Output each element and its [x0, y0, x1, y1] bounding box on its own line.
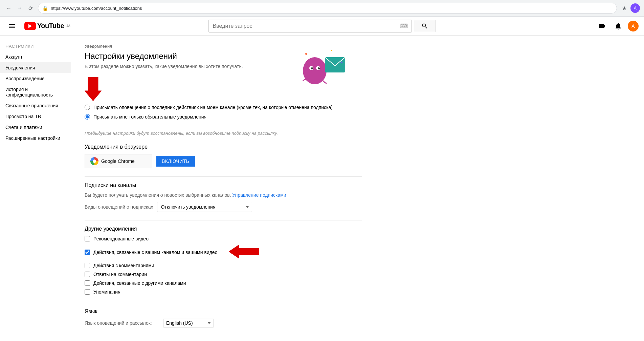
hamburger-button[interactable] — [5, 19, 19, 33]
radio-essential-label: Присылать мне только обязательные уведом… — [93, 114, 206, 120]
radio-essential[interactable] — [85, 114, 90, 120]
language-label: Язык оповещений и рассылок: — [85, 320, 159, 326]
reload-button[interactable]: ⟳ — [26, 3, 35, 13]
browser-notif-section: Уведомления в браузере Google Chrome ВКЛ… — [85, 144, 362, 168]
svg-point-7 — [331, 50, 332, 51]
browser-notif-row: Google Chrome ВКЛЮЧИТЬ — [85, 154, 362, 168]
cb-mentions[interactable] — [85, 289, 90, 295]
header-right: А — [571, 19, 639, 33]
svg-point-4 — [318, 67, 320, 69]
checkbox-activity[interactable]: Действия, связанные с вашим каналом и ва… — [85, 245, 362, 259]
cb-comments[interactable] — [85, 263, 90, 268]
other-notif-section: Другие уведомления Рекомендованные видео… — [85, 226, 362, 295]
keyboard-icon: ⌨ — [397, 22, 411, 30]
user-avatar[interactable]: А — [628, 21, 639, 31]
radio-all-label: Присылать оповещения о последних действи… — [93, 105, 333, 110]
yt-logo-icon — [24, 22, 36, 30]
sidebar-item-label: Расширенные настройки — [5, 135, 60, 141]
checkbox-comments[interactable]: Действия с комментариями — [85, 263, 362, 268]
radio-option-essential[interactable]: Присылать мне только обязательные уведом… — [85, 114, 362, 120]
note-text: Предыдущие настройки будут восстановлены… — [85, 131, 362, 136]
checkbox-recommended[interactable]: Рекомендованные видео — [85, 236, 362, 241]
sidebar-item-label: Уведомления — [5, 65, 35, 70]
manage-subscriptions-link[interactable]: Управление подписками — [232, 192, 286, 198]
profile-avatar[interactable]: A — [630, 3, 640, 13]
sidebar-item-playback[interactable]: Воспроизведение — [0, 73, 71, 84]
yt-logo-country: UA — [66, 24, 70, 28]
sidebar-item-tv[interactable]: Просмотр на ТВ — [0, 111, 71, 122]
browser-name-label: Google Chrome — [85, 154, 152, 168]
header-left: YouTubeUA — [5, 19, 73, 33]
subscriptions-desc-text: Вы будете получать уведомления о новостя… — [85, 192, 231, 198]
subscriptions-heading: Подписки на каналы — [85, 182, 362, 188]
divider-2 — [85, 176, 362, 177]
bookmark-button[interactable]: ★ — [620, 3, 629, 13]
checkbox-other-channels[interactable]: Действия, связанные с другими каналами — [85, 280, 362, 286]
sidebar-item-label: Счета и платежи — [5, 125, 42, 130]
browser-chrome: ← → ⟳ 🔒 https://www.youtube.com/account_… — [0, 0, 644, 17]
video-camera-icon — [598, 22, 606, 30]
sidebar-item-billing[interactable]: Счета и платежи — [0, 122, 71, 133]
menu-icon — [8, 22, 16, 30]
cb-replies[interactable] — [85, 272, 90, 277]
video-camera-button[interactable] — [595, 19, 609, 33]
subscriptions-section: Подписки на каналы Вы будете получать ув… — [85, 182, 362, 212]
content-wrapper: Уведомления Настройки уведомлений В этом… — [85, 44, 362, 327]
bell-icon — [614, 22, 622, 30]
sidebar-item-notifications[interactable]: Уведомления — [0, 62, 71, 73]
cb-recommended[interactable] — [85, 236, 90, 241]
cb-recommended-label: Рекомендованные видео — [93, 236, 149, 241]
cb-mentions-label: Упоминания — [93, 289, 120, 295]
sidebar-item-label: Воспроизведение — [5, 76, 45, 81]
subscriptions-desc: Вы будете получать уведомления о новостя… — [85, 192, 362, 198]
divider-4 — [85, 303, 362, 303]
language-row: Язык оповещений и рассылок: English (US)… — [85, 319, 362, 327]
radio-group: Присылать оповещения о последних действи… — [85, 105, 362, 120]
browser-nav-buttons: ← → ⟳ — [4, 3, 35, 13]
header-center: ⌨ — [73, 20, 571, 33]
cb-other-channels[interactable] — [85, 280, 90, 286]
svg-point-6 — [305, 53, 307, 55]
subscription-type-row: Виды оповещений о подписках Все уведомле… — [85, 202, 362, 212]
settings-section-title: НАСТРОЙКИ — [0, 41, 71, 51]
radio-option-all[interactable]: Присылать оповещения о последних действи… — [85, 105, 362, 110]
search-input[interactable] — [209, 20, 397, 32]
notification-illustration — [288, 44, 349, 84]
sidebar-item-apps[interactable]: Связанные приложения — [0, 100, 71, 111]
sidebar-item-history[interactable]: История и конфиденциальность — [0, 84, 71, 100]
notifications-button[interactable] — [612, 19, 625, 33]
browser-notif-heading: Уведомления в браузере — [85, 144, 362, 150]
svg-point-3 — [311, 67, 313, 69]
sidebar-item-advanced[interactable]: Расширенные настройки — [0, 133, 71, 144]
subscription-type-label: Виды оповещений о подписках — [85, 204, 153, 210]
enable-notifications-button[interactable]: ВКЛЮЧИТЬ — [156, 156, 195, 167]
yt-logo-text: YouTube — [37, 22, 64, 30]
address-bar[interactable]: 🔒 https://www.youtube.com/account_notifi… — [38, 3, 617, 14]
sidebar: НАСТРОЙКИ Аккаунт Уведомления Воспроизве… — [0, 36, 71, 341]
url-text: https://www.youtube.com/account_notifica… — [51, 6, 613, 11]
main-layout: НАСТРОЙКИ Аккаунт Уведомления Воспроизве… — [0, 36, 644, 341]
language-select[interactable]: English (US) Русский Українська — [163, 319, 214, 327]
back-button[interactable]: ← — [4, 3, 14, 13]
arrow-down-svg — [85, 77, 102, 101]
subscription-type-select[interactable]: Все уведомления Персонализированные увед… — [157, 202, 252, 212]
sidebar-item-label: Связанные приложения — [5, 103, 58, 108]
language-heading: Язык — [85, 308, 362, 315]
checkbox-replies[interactable]: Ответы на комментарии — [85, 272, 362, 277]
cb-activity[interactable] — [85, 250, 90, 255]
browser-toolbar: ← → ⟳ 🔒 https://www.youtube.com/account_… — [0, 0, 644, 16]
yt-header: YouTubeUA ⌨ А — [0, 17, 644, 36]
checkbox-mentions[interactable]: Упоминания — [85, 289, 362, 295]
sidebar-item-label: История и конфиденциальность — [5, 87, 65, 98]
main-content: Уведомления Настройки уведомлений В этом… — [71, 36, 376, 341]
radio-all[interactable] — [85, 105, 90, 110]
browser-actions: ★ A — [620, 3, 640, 13]
yt-logo[interactable]: YouTubeUA — [24, 22, 70, 30]
sidebar-item-label: Просмотр на ТВ — [5, 114, 41, 119]
sidebar-item-account[interactable]: Аккаунт — [0, 51, 71, 62]
svg-marker-10 — [229, 245, 259, 258]
forward-button[interactable]: → — [15, 3, 24, 13]
search-box: ⌨ — [208, 20, 412, 33]
search-button[interactable] — [414, 20, 436, 32]
search-icon — [421, 23, 428, 29]
